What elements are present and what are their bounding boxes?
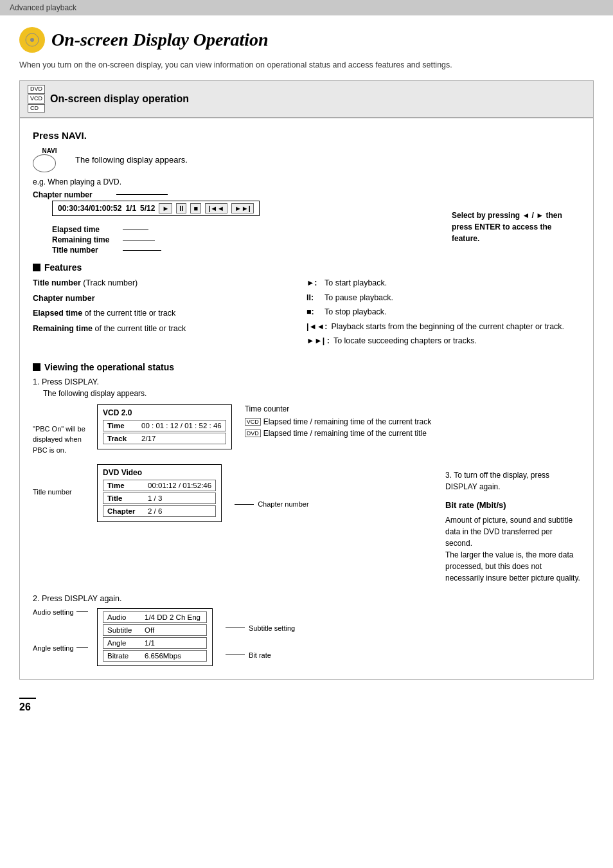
subtitle-row: Subtitle Off: [103, 624, 207, 636]
features-heading: Features: [44, 262, 82, 273]
pbc-label: "PBC On" will be displayed when PBC is o…: [33, 404, 97, 456]
feature-prev: |◄◄: Playback starts from the beginning …: [306, 321, 580, 333]
chapter-number-label: Chapter number: [33, 190, 116, 199]
step3-block: 3. To turn off the display, press DISPLA…: [445, 464, 580, 584]
feature-pause: II: To pause playback.: [306, 293, 580, 304]
title-icon: [19, 27, 45, 53]
section-header: DVD VCD CD On-screen display operation: [19, 80, 594, 118]
bitrate-text: Amount of picture, sound and subtitle da…: [445, 514, 580, 584]
press-navi-heading: Press NAVI.: [33, 130, 580, 141]
step1-text: 1. Press DISPLAY.: [33, 377, 580, 386]
osd-play: ►: [159, 203, 172, 213]
dvd-box: DVD Video Time 00:01:12 / 01:52:46 Title…: [97, 464, 222, 522]
dvd-chapter-row: Chapter 2 / 6: [103, 505, 216, 517]
page-number: 26: [19, 698, 36, 713]
viewing-bullet: [33, 363, 40, 371]
navi-button[interactable]: [33, 154, 56, 172]
feature-chapter-number: Chapter number: [33, 293, 294, 305]
eg-text: e.g. When playing a DVD.: [33, 177, 580, 186]
subtitle-bitrate-labels: Subtitle setting Bit rate: [213, 608, 580, 662]
navi-label: NAVI: [42, 147, 57, 154]
dvd-title-value: 1 / 3: [148, 494, 162, 502]
navi-description: The following display appears.: [75, 155, 188, 165]
page-content: On-screen Display Operation When you tur…: [0, 15, 613, 732]
step2-text: 2. Press DISPLAY again.: [33, 594, 580, 603]
vcd-title: VCD 2.0: [103, 408, 226, 417]
remaining-time-label: Remaining time: [52, 235, 123, 244]
subtitle-setting-label: Subtitle setting: [249, 621, 295, 635]
features-section: Features Title number (Track number) Cha…: [33, 262, 580, 350]
vcd-badge: VCD: [28, 95, 45, 104]
osd-diagram: Chapter number 00:30:34/01:00:52 1/1 5/1…: [33, 190, 580, 255]
features-header: Features: [33, 262, 580, 273]
audio-box: Audio 1/4 DD 2 Ch Eng Subtitle Off Angle…: [97, 608, 213, 666]
title-number-label: Title number: [52, 246, 123, 255]
disc-badges: DVD VCD CD: [28, 85, 45, 114]
osd-next: ►►|: [231, 203, 254, 213]
chapter-number-side-label: Chapter number: [258, 500, 309, 508]
vcd-box: VCD 2.0 Time 00 : 01 : 12 / 01 : 52 : 46…: [97, 404, 232, 449]
vcd-track-row: Track 2/17: [103, 433, 226, 444]
svg-point-1: [30, 38, 34, 42]
viewing-heading: Viewing the operational status: [44, 362, 174, 372]
features-left: Title number (Track number) Chapter numb…: [33, 278, 306, 350]
feature-play: ►: To start playback.: [306, 278, 580, 289]
cd-badge: CD: [28, 104, 45, 113]
step1-sub: The following display appears.: [43, 389, 580, 398]
title-section: On-screen Display Operation: [19, 27, 594, 53]
angle-setting-label: Angle setting: [33, 644, 74, 652]
title-number-side-label: Title number: [33, 464, 97, 499]
dvd-time-row: Time 00:01:12 / 01:52:46: [103, 480, 216, 491]
navi-row: NAVI The following display appears.: [33, 147, 580, 172]
features-grid: Title number (Track number) Chapter numb…: [33, 278, 580, 350]
osd-chapter: 5/12: [140, 204, 155, 213]
feature-next: ►►| : To locate succeeding chapters or t…: [306, 336, 580, 347]
feature-title-number: Title number (Track number): [33, 278, 294, 289]
feature-stop: ■: To stop playback.: [306, 307, 580, 318]
time-counter-block: Time counter VCD Elapsed time / remainin…: [232, 404, 580, 438]
vcd-disc-label: VCD: [245, 418, 261, 426]
bitrate-row: Bitrate 6.656Mbps: [103, 650, 207, 662]
audio-angle-labels: Audio setting Angle setting: [33, 608, 97, 652]
vcd-elapsed-text: Elapsed time / remaining time of the cur…: [263, 417, 431, 426]
subtitle-value: Off: [145, 626, 154, 634]
osd-pause: II: [176, 203, 186, 213]
feature-elapsed-time: Elapsed time of the current title or tra…: [33, 308, 294, 320]
osd-track: 1/1: [125, 204, 136, 213]
main-box: Press NAVI. NAVI The following display a…: [19, 118, 594, 680]
chapter-number-side: Chapter number: [222, 464, 445, 508]
audio-value: 1/4 DD 2 Ch Eng: [145, 613, 200, 621]
audio-setting-label: Audio setting: [33, 608, 74, 616]
osd-prev: |◄◄: [205, 203, 227, 213]
features-bullet: [33, 264, 40, 271]
select-note: Select by pressing ◄ / ► then press ENTE…: [452, 211, 562, 243]
elapsed-time-label: Elapsed time: [52, 225, 123, 234]
top-bar: Advanced playback: [0, 0, 613, 15]
dvd-time-value: 00:01:12 / 01:52:46: [148, 482, 211, 489]
angle-value: 1/1: [145, 639, 155, 647]
time-counter-label: Time counter: [245, 404, 580, 413]
section-title: On-screen display operation: [50, 93, 189, 105]
step3-text: 3. To turn off the display, press DISPLA…: [445, 469, 580, 493]
dvd-badge: DVD: [28, 85, 45, 94]
page-subtitle: When you turn on the on-screen display, …: [19, 59, 594, 71]
vcd-track-value: 2/17: [141, 435, 155, 442]
osd-time: 00:30:34/01:00:52: [58, 204, 121, 213]
viewing-header: Viewing the operational status: [33, 362, 580, 372]
bitrate-value: 6.656Mbps: [145, 652, 181, 660]
dvd-elapsed-text: Elapsed time / remaining time of the cur…: [263, 429, 427, 438]
vcd-time-row: Time 00 : 01 : 12 / 01 : 52 : 46: [103, 420, 226, 431]
dvd-chapter-value: 2 / 6: [148, 507, 162, 515]
osd-stop: ■: [190, 203, 201, 213]
top-bar-label: Advanced playback: [10, 3, 76, 12]
features-right: ►: To start playback. II: To pause playb…: [306, 278, 580, 350]
audio-row: Audio 1/4 DD 2 Ch Eng: [103, 611, 207, 623]
vcd-time-value: 00 : 01 : 12 / 01 : 52 : 46: [141, 422, 222, 429]
page-title: On-screen Display Operation: [51, 30, 269, 50]
bit-rate-label: Bit rate: [249, 648, 271, 662]
angle-row: Angle 1/1: [103, 637, 207, 649]
bitrate-heading: Bit rate (Mbit/s): [445, 499, 580, 512]
feature-remaining-time: Remaining time of the current title or t…: [33, 323, 294, 335]
dvd-title-row: Title 1 / 3: [103, 493, 216, 504]
dvd-disc-label: DVD: [245, 429, 261, 437]
